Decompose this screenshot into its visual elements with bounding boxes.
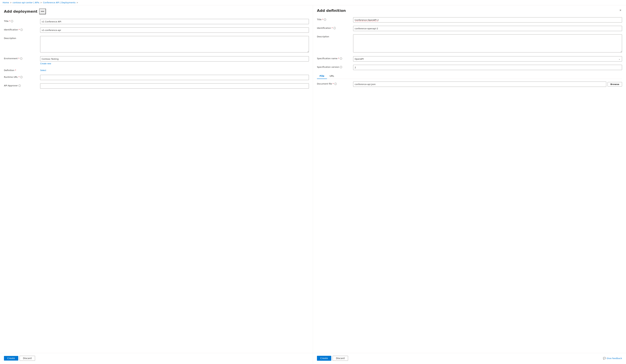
api-approver-info-icon[interactable]: i xyxy=(18,85,21,87)
definition-row: Definition * Select xyxy=(4,68,309,71)
right-panel-content: Title * i Identification * i xyxy=(313,15,626,353)
title-label: Title * i xyxy=(4,19,40,22)
def-identification-required: * xyxy=(332,27,333,29)
document-file-required: * xyxy=(333,83,334,85)
right-discard-button[interactable]: Discard xyxy=(333,356,348,361)
right-panel: × Add definition Title * i Identificatio… xyxy=(313,5,626,363)
runtime-url-field xyxy=(40,75,309,80)
environment-input[interactable] xyxy=(40,56,309,62)
identification-field xyxy=(40,28,309,33)
spec-version-input[interactable] xyxy=(353,65,622,70)
left-discard-button[interactable]: Discard xyxy=(20,356,35,361)
identification-label: Identification * i xyxy=(4,28,40,31)
def-title-required: * xyxy=(322,18,323,21)
spec-name-label: Specification name * i xyxy=(317,56,353,60)
feedback-icon: 💬 xyxy=(603,357,606,360)
tab-file[interactable]: File xyxy=(317,73,327,79)
def-title-field xyxy=(353,17,622,23)
breadcrumb-sep-1: > xyxy=(10,1,11,4)
close-button[interactable]: × xyxy=(619,8,622,12)
spec-name-dropdown[interactable]: OpenAPI AsyncAPI GraphQL gRPC WSDL WADL xyxy=(353,56,622,62)
description-input[interactable] xyxy=(40,36,309,52)
left-panel-header: Add deployment ••• xyxy=(0,5,313,16)
environment-field: Create new xyxy=(40,56,309,65)
document-file-info-icon[interactable]: i xyxy=(334,83,337,85)
definition-field: Select xyxy=(40,68,309,71)
spec-name-required: * xyxy=(338,57,339,60)
def-identification-row: Identification * i xyxy=(317,26,622,31)
def-identification-label: Identification * i xyxy=(317,26,353,29)
api-approver-input[interactable] xyxy=(40,83,309,89)
spec-name-info-icon[interactable]: i xyxy=(340,57,342,60)
breadcrumb-home[interactable]: Home xyxy=(3,1,9,4)
left-panel: Add deployment ••• Title * i Identificat… xyxy=(0,5,313,363)
def-description-row: Description xyxy=(317,34,622,53)
more-options-button[interactable]: ••• xyxy=(39,8,46,14)
runtime-url-info-icon[interactable]: i xyxy=(20,76,23,78)
description-label: Description xyxy=(4,36,40,39)
right-panel-title: Add definition xyxy=(317,8,346,13)
def-title-info-icon[interactable]: i xyxy=(324,18,326,21)
runtime-url-required: * xyxy=(18,76,20,78)
title-row: Title * i xyxy=(4,19,309,24)
spec-version-row: Specification version i xyxy=(317,65,622,70)
def-identification-field xyxy=(353,26,622,31)
browse-button[interactable]: Browse xyxy=(608,82,622,87)
identification-required: * xyxy=(19,29,20,31)
document-file-row: Document file * i Browse xyxy=(317,82,622,87)
def-description-field xyxy=(353,34,622,53)
left-panel-footer: Create Discard xyxy=(0,353,313,363)
def-title-label: Title * i xyxy=(317,17,353,21)
breadcrumb-deployments[interactable]: Conference API | Deployments xyxy=(43,1,76,4)
tab-url[interactable]: URL xyxy=(327,73,337,79)
definition-label: Definition * xyxy=(4,68,40,71)
runtime-url-input[interactable] xyxy=(40,75,309,80)
identification-row: Identification * i xyxy=(4,28,309,33)
document-file-input[interactable] xyxy=(353,82,606,87)
feedback-label: Give feedback xyxy=(607,357,622,360)
spec-name-field: OpenAPI AsyncAPI GraphQL gRPC WSDL WADL xyxy=(353,56,622,62)
document-file-label: Document file * i xyxy=(317,82,353,85)
def-description-label: Description xyxy=(317,34,353,38)
right-create-button[interactable]: Create xyxy=(317,356,331,361)
def-description-input[interactable] xyxy=(353,34,622,52)
definition-select-button[interactable]: Select xyxy=(40,68,46,71)
spec-version-field xyxy=(353,65,622,70)
left-panel-title: Add deployment xyxy=(4,9,38,13)
spec-version-info-icon[interactable]: i xyxy=(340,66,342,68)
api-approver-field xyxy=(40,83,309,89)
document-file-field: Browse xyxy=(353,82,622,87)
environment-label: Environment * i xyxy=(4,56,40,60)
identification-input[interactable] xyxy=(40,28,309,33)
environment-required: * xyxy=(18,57,19,60)
title-info-icon[interactable]: i xyxy=(11,20,13,22)
description-row: Description xyxy=(4,36,309,53)
api-approver-row: API Approver i xyxy=(4,83,309,89)
breadcrumb: Home > contoso-api-center | APIs > Confe… xyxy=(0,0,626,5)
def-title-input[interactable] xyxy=(353,17,622,23)
identification-info-icon[interactable]: i xyxy=(20,29,23,31)
breadcrumb-api-center[interactable]: contoso-api-center | APIs xyxy=(12,1,39,4)
api-approver-label: API Approver i xyxy=(4,83,40,87)
breadcrumb-sep-3: > xyxy=(77,1,78,4)
def-title-row: Title * i xyxy=(317,17,622,23)
feedback-link[interactable]: 💬 Give feedback xyxy=(603,357,622,360)
environment-info-icon[interactable]: i xyxy=(20,57,22,60)
title-required: * xyxy=(9,20,10,22)
description-field xyxy=(40,36,309,53)
definition-required: * xyxy=(15,69,16,71)
runtime-url-row: Runtime URL * i xyxy=(4,75,309,80)
title-input[interactable] xyxy=(40,19,309,24)
right-panel-header: Add definition xyxy=(313,5,626,15)
spec-name-row: Specification name * i OpenAPI AsyncAPI … xyxy=(317,56,622,62)
left-create-button[interactable]: Create xyxy=(4,356,18,361)
create-new-button[interactable]: Create new xyxy=(40,62,51,65)
breadcrumb-sep-2: > xyxy=(40,1,42,4)
runtime-url-label: Runtime URL * i xyxy=(4,75,40,78)
footer-actions: Create Discard xyxy=(317,356,348,361)
def-identification-input[interactable] xyxy=(353,26,622,31)
tabs-row: File URL xyxy=(317,73,622,79)
environment-row: Environment * i Create new xyxy=(4,56,309,65)
def-identification-info-icon[interactable]: i xyxy=(333,27,336,29)
file-input-row: Browse xyxy=(353,82,622,87)
